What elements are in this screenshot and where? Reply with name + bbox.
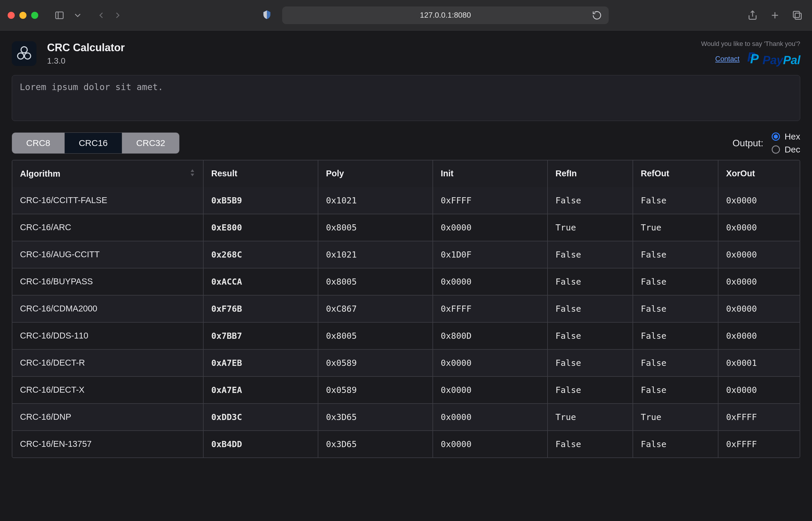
cell-refin: False — [548, 241, 633, 268]
cell-refin: True — [548, 404, 633, 430]
cell-algorithm: CRC-16/CDMA2000 — [13, 296, 204, 322]
col-header-init[interactable]: Init — [433, 160, 548, 187]
svg-marker-11 — [191, 174, 194, 176]
svg-rect-5 — [795, 13, 802, 19]
cell-algorithm: CRC-16/CCITT-FALSE — [13, 187, 204, 214]
cell-init: 0x0000 — [433, 268, 548, 295]
cell-poly: 0xC867 — [318, 296, 433, 322]
results-table: Algorithm Result Poly Init RefIn RefOut … — [12, 160, 800, 458]
output-radio-group: HexDec — [772, 132, 800, 155]
cell-init: 0x0000 — [433, 431, 548, 457]
window-close-button[interactable] — [8, 12, 15, 19]
address-bar[interactable]: 127.0.0.1:8080 — [282, 6, 609, 24]
cell-algorithm: CRC-16/DDS-110 — [13, 323, 204, 349]
radio-label: Dec — [785, 144, 800, 155]
col-header-refout[interactable]: RefOut — [633, 160, 718, 187]
table-row: CRC-16/DDS-1100x7BB70x80050x800DFalseFal… — [13, 322, 799, 349]
tab-crc16[interactable]: CRC16 — [65, 133, 122, 153]
col-header-algorithm-label: Algorithm — [20, 169, 60, 179]
cell-refin: False — [548, 187, 633, 214]
cell-init: 0xFFFF — [433, 187, 548, 214]
col-header-refin[interactable]: RefIn — [548, 160, 633, 187]
cell-refout: False — [633, 187, 718, 214]
cell-refout: False — [633, 350, 718, 376]
cell-xorout: 0xFFFF — [718, 404, 800, 430]
app-header: CRC Calculator 1.3.0 Would you like to s… — [12, 30, 800, 75]
cell-refout: False — [633, 431, 718, 457]
contact-link[interactable]: Contact — [715, 55, 740, 63]
back-button[interactable] — [94, 8, 108, 22]
cell-algorithm: CRC-16/DECT-X — [13, 377, 204, 403]
cell-init: 0x0000 — [433, 214, 548, 241]
tab-groups-dropdown-icon[interactable] — [71, 8, 85, 22]
cell-refout: True — [633, 404, 718, 430]
cell-refout: False — [633, 241, 718, 268]
cell-refout: False — [633, 323, 718, 349]
window-zoom-button[interactable] — [31, 12, 38, 19]
cell-xorout: 0x0000 — [718, 377, 800, 403]
cell-algorithm: CRC-16/BUYPASS — [13, 268, 204, 295]
col-header-algorithm[interactable]: Algorithm — [13, 160, 204, 187]
sidebar-toggle-icon[interactable] — [52, 8, 67, 22]
radio-icon — [772, 145, 780, 154]
cell-result: 0xB5B9 — [204, 187, 318, 214]
paypal-text-pay: Pay — [763, 53, 783, 67]
cell-algorithm: CRC-16/DNP — [13, 404, 204, 430]
app-title: CRC Calculator — [47, 42, 125, 54]
cell-refin: False — [548, 296, 633, 322]
input-textarea[interactable] — [12, 75, 800, 121]
table-header-row: Algorithm Result Poly Init RefIn RefOut … — [13, 160, 799, 187]
cell-refin: True — [548, 214, 633, 241]
cell-refout: False — [633, 268, 718, 295]
cell-refin: False — [548, 350, 633, 376]
cell-poly: 0x1021 — [318, 187, 433, 214]
cell-result: 0xACCA — [204, 268, 318, 295]
radio-label: Hex — [785, 132, 800, 141]
cell-refin: False — [548, 377, 633, 403]
share-icon[interactable] — [745, 8, 760, 22]
output-radio-hex[interactable]: Hex — [772, 132, 800, 141]
cell-result: 0xF76B — [204, 296, 318, 322]
svg-rect-0 — [55, 12, 63, 19]
cell-xorout: 0x0001 — [718, 350, 800, 376]
table-row: CRC-16/AUG-CCITT0x268C0x10210x1D0FFalseF… — [13, 241, 799, 268]
cell-refin: False — [548, 268, 633, 295]
cell-poly: 0x0589 — [318, 377, 433, 403]
cell-result: 0xE800 — [204, 214, 318, 241]
paypal-logo-icon: PP — [747, 51, 760, 64]
table-row: CRC-16/CCITT-FALSE0xB5B90x10210xFFFFFals… — [13, 187, 799, 214]
col-header-poly[interactable]: Poly — [318, 160, 433, 187]
window-minimize-button[interactable] — [19, 12, 26, 19]
app-logo-icon — [12, 41, 37, 66]
table-body: CRC-16/CCITT-FALSE0xB5B90x10210xFFFFFals… — [13, 187, 799, 457]
crc-width-tabs: CRC8CRC16CRC32 — [12, 133, 180, 154]
cell-poly: 0x3D65 — [318, 431, 433, 457]
col-header-xorout[interactable]: XorOut — [718, 160, 800, 187]
output-radio-dec[interactable]: Dec — [772, 144, 800, 155]
forward-button[interactable] — [111, 8, 125, 22]
reload-icon[interactable] — [590, 8, 604, 22]
cell-algorithm: CRC-16/AUG-CCITT — [13, 241, 204, 268]
tab-overview-icon[interactable] — [790, 8, 804, 22]
cell-init: 0x1D0F — [433, 241, 548, 268]
cell-poly: 0x1021 — [318, 241, 433, 268]
cell-algorithm: CRC-16/EN-13757 — [13, 431, 204, 457]
cell-algorithm: CRC-16/ARC — [13, 214, 204, 241]
cell-refout: True — [633, 214, 718, 241]
paypal-button[interactable]: PP PayPal — [747, 51, 800, 67]
paypal-text-pal: Pal — [783, 53, 800, 67]
cell-result: 0x268C — [204, 241, 318, 268]
window-controls — [8, 12, 38, 19]
cell-xorout: 0x0000 — [718, 323, 800, 349]
tab-crc8[interactable]: CRC8 — [12, 133, 65, 153]
tab-crc32[interactable]: CRC32 — [122, 133, 179, 153]
col-header-result[interactable]: Result — [204, 160, 318, 187]
table-row: CRC-16/DNP0xDD3C0x3D650x0000TrueTrue0xFF… — [13, 403, 799, 430]
cell-xorout: 0x0000 — [718, 187, 800, 214]
privacy-shield-icon[interactable] — [262, 9, 272, 21]
new-tab-icon[interactable] — [768, 8, 782, 22]
cell-refin: False — [548, 431, 633, 457]
cell-result: 0xDD3C — [204, 404, 318, 430]
output-label: Output: — [733, 138, 763, 149]
cell-xorout: 0x0000 — [718, 241, 800, 268]
